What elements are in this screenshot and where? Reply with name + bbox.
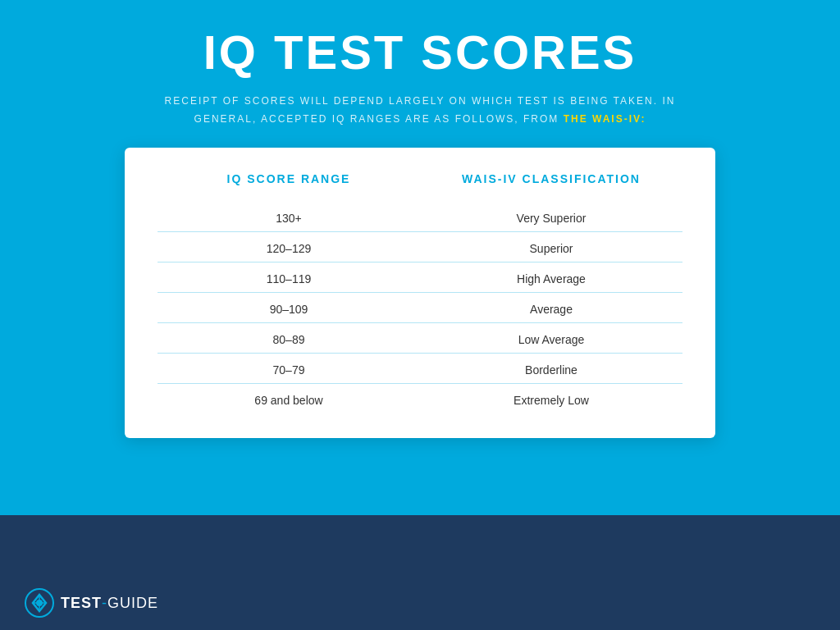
table-row: 69 and belowExtremely Low: [158, 384, 682, 413]
score-range: 110–119: [158, 272, 420, 285]
score-range: 130+: [158, 212, 420, 225]
classification: Very Superior: [420, 212, 682, 225]
table-row: 110–119High Average: [158, 262, 682, 293]
logo-thin: GUIDE: [107, 595, 158, 611]
table-row: 80–89Low Average: [158, 323, 682, 354]
table-header: IQ SCORE RANGE WAIS-IV CLASSIFICATION: [158, 172, 682, 185]
classification: High Average: [420, 272, 682, 285]
page-title: IQ TEST SCORES: [203, 25, 637, 80]
classification: Average: [420, 303, 682, 316]
col1-header: IQ SCORE RANGE: [158, 172, 420, 185]
classification: Superior: [420, 242, 682, 255]
top-section: IQ TEST SCORES RECEIPT OF SCORES WILL DE…: [0, 0, 840, 515]
table-card: IQ SCORE RANGE WAIS-IV CLASSIFICATION 13…: [125, 148, 715, 438]
logo-area: TEST-GUIDE: [25, 588, 158, 618]
logo-text: TEST-GUIDE: [61, 595, 158, 612]
table-row: 130+Very Superior: [158, 202, 682, 232]
score-range: 120–129: [158, 242, 420, 255]
score-range: 80–89: [158, 333, 420, 346]
logo-dash: -: [102, 595, 107, 611]
table-row: 70–79Borderline: [158, 354, 682, 384]
bottom-section: TEST-GUIDE: [0, 515, 840, 630]
table-rows: 130+Very Superior120–129Superior110–119H…: [158, 202, 682, 413]
logo-icon: [25, 588, 54, 618]
score-range: 90–109: [158, 303, 420, 316]
subtitle: RECEIPT OF SCORES WILL DEPEND LARGELY ON…: [133, 93, 707, 128]
score-range: 69 and below: [158, 394, 420, 407]
classification: Extremely Low: [420, 394, 682, 407]
logo-bold: TEST: [61, 595, 102, 611]
table-row: 120–129Superior: [158, 232, 682, 262]
score-range: 70–79: [158, 363, 420, 377]
classification: Low Average: [420, 333, 682, 346]
col2-header: WAIS-IV CLASSIFICATION: [420, 172, 682, 185]
subtitle-highlight: THE WAIS-IV:: [564, 113, 646, 125]
table-row: 90–109Average: [158, 293, 682, 323]
classification: Borderline: [420, 363, 682, 377]
